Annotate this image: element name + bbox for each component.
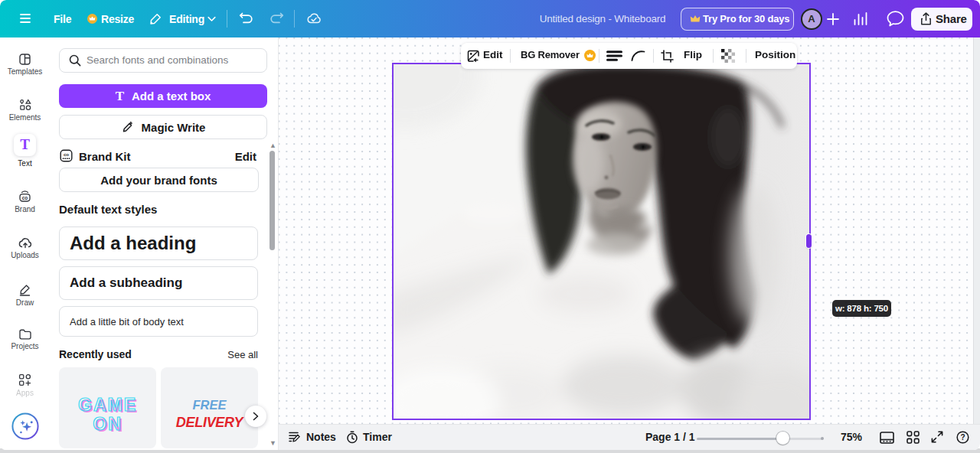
svg-text:co: co xyxy=(64,152,69,157)
svg-text:?: ? xyxy=(960,433,965,442)
svg-text:co: co xyxy=(22,195,28,200)
